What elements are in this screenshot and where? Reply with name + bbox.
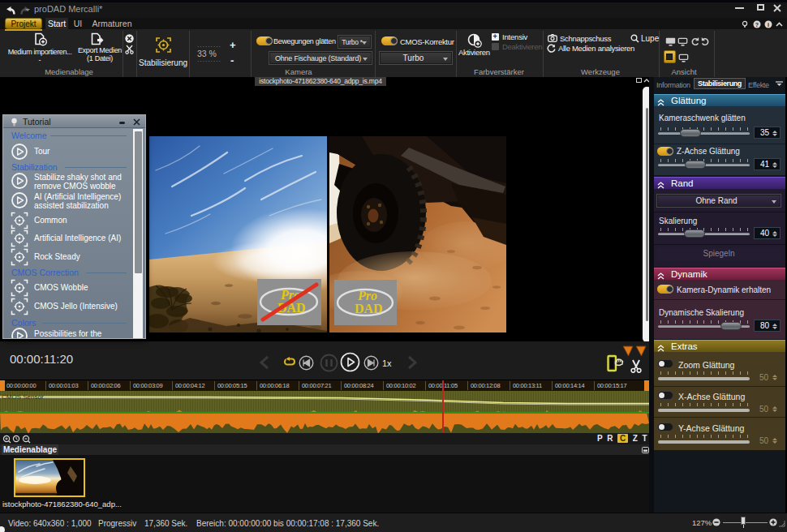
svg-text:i: i <box>768 22 769 28</box>
svg-text:DAD: DAD <box>355 302 383 315</box>
svg-text:Pro: Pro <box>357 289 377 302</box>
svg-text:?: ? <box>755 22 759 28</box>
